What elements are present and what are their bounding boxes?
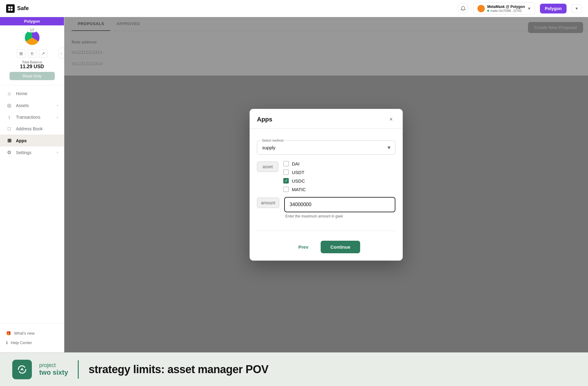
transactions-label: Transactions (16, 115, 53, 120)
address-book-label: Address Book (16, 126, 58, 131)
sidebar-item-transactions[interactable]: ↕ Transactions › (0, 111, 64, 123)
footer-divider (78, 360, 79, 379)
threshold-badge: 1/2 (27, 28, 37, 32)
assets-label: Assets (16, 103, 53, 108)
wallet-address: matic:0x7D88...D702 (487, 9, 525, 13)
settings-icon: ⚙ (6, 150, 12, 155)
transactions-chevron-icon: › (57, 116, 58, 119)
wallet-name: MetaMask @ Polygon (487, 5, 525, 9)
footer-tagline: strategy limits: asset manager POV (89, 363, 268, 376)
qr-icon-button[interactable]: ⊞ (17, 49, 25, 58)
wallet-chevron-icon: ▼ (527, 6, 531, 11)
metamask-icon (477, 5, 485, 12)
footer-bar: project two sixty strategy limits: asset… (0, 352, 588, 386)
footer-brand: project two sixty (39, 362, 68, 377)
app-logo: Safe (6, 4, 29, 13)
apps-icon: ⊞ (6, 138, 12, 143)
account-icons: ⊞ ⎘ ↗ (17, 49, 47, 58)
polygon-network-button[interactable]: Polygon (540, 4, 567, 13)
footer-logo (12, 360, 32, 379)
select-method-wrapper: supply withdraw borrow repay ▼ (257, 140, 395, 155)
help-center-label: Help Center (11, 340, 32, 345)
balance-label: Total Balance (22, 60, 42, 64)
whats-new-icon: 🎁 (6, 331, 11, 336)
footer-brand-sub: project (39, 362, 68, 369)
svg-rect-3 (11, 9, 13, 11)
read-only-button[interactable]: Read Only (9, 72, 55, 80)
network-dropdown-chevron[interactable]: ▼ (571, 4, 582, 13)
modal-title: Apps (257, 116, 272, 123)
logo-text: Safe (17, 5, 29, 12)
sidebar-item-address-book[interactable]: □ Address Book (0, 123, 64, 135)
home-label: Home (16, 91, 58, 96)
svg-rect-2 (8, 9, 10, 11)
assets-chevron-icon: › (57, 104, 58, 107)
select-method-dropdown[interactable]: supply withdraw borrow repay (257, 141, 395, 154)
sidebar-item-home[interactable]: ⌂ Home (0, 88, 64, 99)
modal-overlay: Apps × Select method supply withdraw bor… (64, 17, 588, 352)
amount-field: Enter the maximum amount in gwei (284, 197, 395, 218)
logo-icon (6, 4, 15, 13)
main-layout: Polygon 1/2 ⊞ ⎘ ↗ Total Balance 11.29 US… (0, 17, 588, 352)
whats-new-item[interactable]: 🎁 What's new (6, 328, 58, 338)
footer-brand-main: two sixty (39, 369, 68, 377)
notification-bell[interactable] (458, 3, 469, 14)
footer-logo-icon (16, 363, 28, 376)
sidebar-nav: ⌂ Home ◎ Assets › ↕ Transactions › □ Add… (0, 85, 64, 323)
prev-button[interactable]: Prev (292, 241, 315, 253)
asset-usdt-item[interactable]: USDT (283, 169, 395, 175)
sidebar: Polygon 1/2 ⊞ ⎘ ↗ Total Balance 11.29 US… (0, 17, 64, 352)
address-book-icon: □ (6, 126, 12, 132)
modal-divider-top (250, 128, 403, 129)
modal-body: Select method supply withdraw borrow rep… (250, 135, 403, 231)
account-avatar (25, 30, 40, 45)
asset-matic-label: MATIC (292, 187, 306, 192)
modal-close-button[interactable]: × (387, 115, 395, 124)
asset-dai-item[interactable]: DAI (283, 161, 395, 166)
asset-matic-item[interactable]: MATIC (283, 187, 395, 192)
copy-icon-button[interactable]: ⎘ (28, 49, 36, 58)
sidebar-item-assets[interactable]: ◎ Assets › (0, 99, 64, 111)
transactions-icon: ↕ (6, 114, 12, 120)
external-link-icon-button[interactable]: ↗ (39, 49, 47, 58)
asset-label-tag: asset (257, 161, 278, 172)
asset-matic-checkbox[interactable] (283, 187, 289, 192)
amount-hint: Enter the maximum amount in gwei (284, 214, 395, 218)
sidebar-account: 1/2 ⊞ ⎘ ↗ Total Balance 11.29 USD Read O… (0, 25, 64, 85)
asset-usdt-label: USDT (292, 170, 304, 175)
main-content: Create New Proposal PROPOSALS APPROVED R… (64, 17, 588, 352)
header: Safe MetaMask @ Polygon matic:0x7D88...D… (0, 0, 588, 17)
assets-icon: ◎ (6, 102, 12, 108)
wallet-info: MetaMask @ Polygon matic:0x7D88...D702 (487, 5, 525, 13)
settings-label: Settings (16, 150, 53, 155)
continue-button[interactable]: Continue (321, 241, 360, 253)
asset-dai-label: DAI (292, 161, 300, 166)
amount-input[interactable] (284, 197, 395, 212)
modal-footer: Prev Continue (250, 236, 403, 261)
amount-label-tag: amount (257, 198, 279, 208)
modal-header: Apps × (250, 109, 403, 128)
asset-usdt-checkbox[interactable] (283, 169, 289, 175)
asset-options: DAI USDT USDC (283, 161, 395, 192)
asset-field-row: asset DAI USDT (257, 161, 395, 192)
select-method-group: Select method supply withdraw borrow rep… (257, 135, 395, 155)
asset-usdc-item[interactable]: USDC (283, 178, 395, 184)
sidebar-item-settings[interactable]: ⚙ Settings › (0, 147, 64, 158)
sidebar-network-label: Polygon (0, 17, 64, 25)
svg-rect-0 (8, 6, 10, 8)
asset-usdc-checkbox[interactable] (283, 178, 289, 184)
help-center-icon: ℹ (6, 340, 8, 345)
wallet-selector[interactable]: MetaMask @ Polygon matic:0x7D88...D702 ▼ (473, 2, 535, 15)
select-method-label: Select method (261, 139, 285, 142)
balance-amount: 11.29 USD (20, 64, 44, 69)
sidebar-item-apps[interactable]: ⊞ Apps (0, 135, 64, 147)
modal-divider-footer (257, 231, 395, 231)
home-icon: ⌂ (6, 91, 12, 96)
amount-input-wrapper (284, 197, 395, 212)
apps-label: Apps (16, 138, 58, 143)
apps-modal: Apps × Select method supply withdraw bor… (250, 109, 403, 261)
sidebar-expand-button[interactable]: › (58, 48, 64, 59)
amount-field-row: amount Enter the maximum amount in gwei (257, 197, 395, 218)
help-center-item[interactable]: ℹ Help Center (6, 338, 58, 347)
asset-dai-checkbox[interactable] (283, 161, 289, 166)
